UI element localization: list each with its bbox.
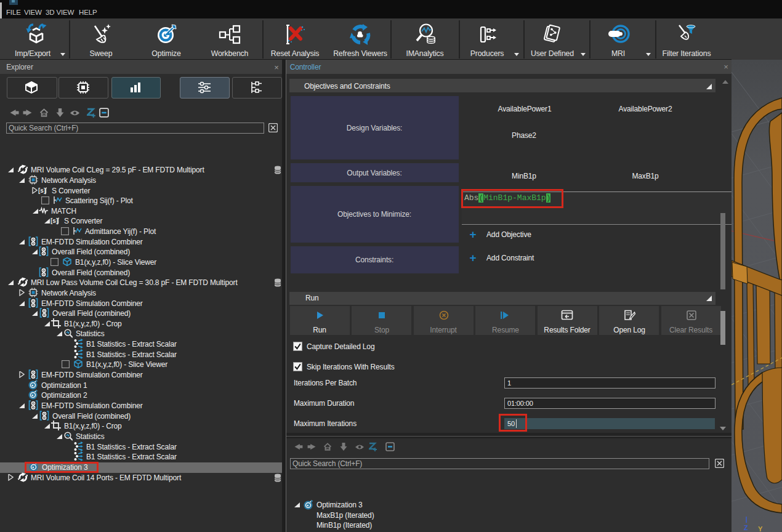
svg-text:Z: Z	[744, 524, 748, 531]
svg-text:Y: Y	[758, 525, 763, 532]
